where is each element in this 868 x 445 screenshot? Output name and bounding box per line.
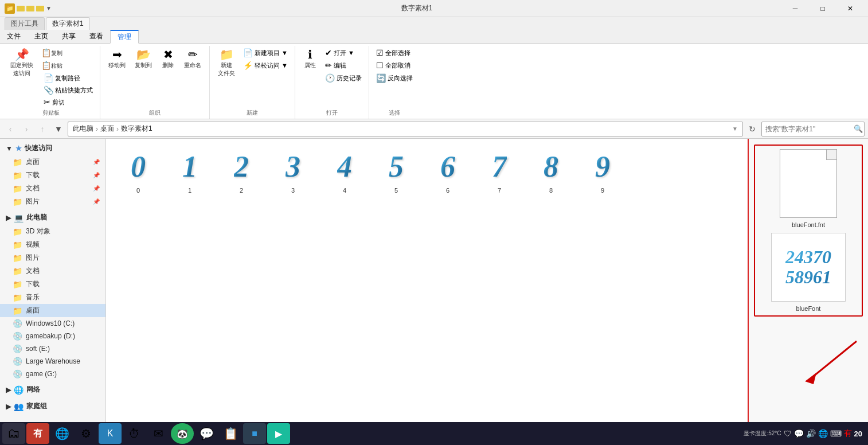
paste-shortcut-icon: 📎 [44, 85, 53, 95]
sidebar-item-downloads[interactable]: 📁 下载 [0, 278, 105, 291]
file-item-0[interactable]: 0 0 [115, 145, 161, 197]
sidebar-item-drive-c[interactable]: 💿 Windows10 (C:) [0, 317, 105, 330]
sidebar-network-header[interactable]: ▶ 🌐 网络 [0, 382, 105, 397]
taskbar-icon-app3[interactable]: ⚙ [75, 423, 97, 444]
easy-access-button[interactable]: ⚡ 轻松访问 ▼ [241, 60, 290, 71]
taskbar-icon-explorer[interactable]: 🗂 [2, 423, 25, 444]
minimize-button[interactable]: ─ [782, 0, 808, 17]
tab-picture-tools[interactable]: 图片工具 [5, 17, 45, 30]
path-dropdown-arrow[interactable]: ▼ [732, 126, 738, 132]
file-item-1[interactable]: 1 1 [167, 145, 213, 197]
file-item-6[interactable]: 6 6 [425, 145, 471, 197]
copy-button[interactable]: 📋 复制 [39, 47, 95, 58]
systray-icon6[interactable]: 有 [844, 428, 852, 439]
address-path[interactable]: 此电脑 › 桌面 › 数字素材1 ▼ [68, 122, 743, 136]
bluefont-preview-text: 2437058961 [785, 247, 831, 287]
ribbon-tab-share[interactable]: 共享 [55, 30, 83, 43]
nav-back-button[interactable]: ‹ [3, 122, 17, 136]
select-all-button[interactable]: ☑ 全部选择 [374, 47, 415, 58]
file-item-4[interactable]: 4 4 [322, 145, 367, 197]
sidebar-item-documents[interactable]: 📁 文档 [0, 264, 105, 278]
ribbon-tab-file[interactable]: 文件 [0, 30, 28, 43]
taskbar-icon-app10[interactable]: ■ [243, 423, 266, 444]
title-bar-icons: 📁 ▼ [5, 3, 52, 14]
nav-up-button[interactable]: ↑ [36, 122, 49, 136]
taskbar-icon-app6[interactable]: ✉ [147, 423, 170, 444]
quick-access-icon2[interactable] [26, 6, 34, 11]
open-button[interactable]: ✔ 打开 ▼ [323, 47, 364, 58]
taskbar-icon-app2[interactable]: 🌐 [50, 423, 73, 444]
sidebar-item-drive-g[interactable]: 💿 game (G:) [0, 368, 105, 380]
copy-path-button[interactable]: 📄 复制路径 [41, 72, 95, 84]
quick-access-icon1[interactable] [17, 6, 25, 11]
systray-icon5[interactable]: ⌨ [830, 429, 842, 438]
nav-forward-button[interactable]: › [19, 122, 33, 136]
rename-button[interactable]: ✏ 重命名 [181, 47, 205, 71]
sidebar-item-drive-e[interactable]: 💿 soft (E:) [0, 342, 105, 355]
deselect-all-button[interactable]: ☐ 全部取消 [374, 60, 415, 71]
nav-recent-button[interactable]: ▼ [52, 122, 65, 136]
sidebar-item-desktop-main[interactable]: 📁 桌面 [0, 304, 105, 317]
sidebar-item-pictures-quick[interactable]: 📁 图片 📌 [0, 195, 105, 208]
sidebar-item-desktop-quick[interactable]: 📁 桌面 📌 [0, 155, 105, 169]
file-label-0: 0 [136, 187, 140, 194]
file-item-8[interactable]: 8 8 [528, 145, 574, 197]
sidebar-item-video[interactable]: 📁 视频 [0, 238, 105, 251]
sidebar-item-downloads-quick[interactable]: 📁 下载 📌 [0, 169, 105, 182]
file-label-7: 7 [498, 187, 501, 194]
sidebar-item-music[interactable]: 📁 音乐 [0, 291, 105, 304]
title-bar-dropdown[interactable]: ▼ [46, 5, 52, 11]
red-arrow [793, 335, 862, 389]
refresh-button[interactable]: ↻ [745, 122, 759, 136]
systray-icon4[interactable]: 🌐 [818, 429, 828, 438]
sidebar-quickaccess-header[interactable]: ▼ ★ 快速访问 [0, 141, 105, 155]
properties-button[interactable]: ℹ 属性 [300, 47, 320, 71]
invert-select-button[interactable]: 🔄 反向选择 [374, 72, 415, 84]
systray-icon3[interactable]: 🔊 [806, 429, 816, 438]
ribbon-tab-view[interactable]: 查看 [83, 30, 110, 43]
sidebar-item-3d[interactable]: 📁 3D 对象 [0, 225, 105, 238]
systray-icon2[interactable]: 💬 [794, 429, 804, 438]
taskbar-icon-app1[interactable]: 有 [26, 423, 49, 444]
fnt-file-preview[interactable]: blueFont.fnt [780, 149, 837, 228]
file-item-9[interactable]: 9 9 [580, 145, 625, 197]
sidebar-item-pictures[interactable]: 📁 图片 [0, 251, 105, 264]
sidebar-homegroup-header[interactable]: ▶ 👥 家庭组 [0, 399, 105, 413]
taskbar-icon-app7[interactable]: 🐼 [171, 423, 194, 444]
easy-access-icon: ⚡ [243, 61, 253, 70]
sidebar-item-drive-d[interactable]: 💿 gamebakup (D:) [0, 330, 105, 342]
file-item-2[interactable]: 2 2 [218, 145, 264, 197]
delete-button[interactable]: ✖ 删除 [158, 47, 178, 71]
taskbar-icon-app11[interactable]: ▶ [267, 423, 290, 444]
quick-access-icon3[interactable] [36, 6, 44, 11]
new-folder-button[interactable]: 📁 新建文件夹 [214, 47, 238, 79]
sidebar-thispc-header[interactable]: ▶ 💻 此电脑 [0, 210, 105, 225]
paste-button[interactable]: 📋 粘贴 [39, 60, 95, 71]
copy-to-button[interactable]: 📂 复制到 [131, 47, 155, 71]
ribbon-tab-home[interactable]: 主页 [28, 30, 55, 43]
move-to-button[interactable]: ➡ 移动到 [105, 47, 129, 71]
taskbar-icon-app5[interactable]: ⏱ [123, 423, 146, 444]
file-item-7[interactable]: 7 7 [476, 145, 522, 197]
file-item-3[interactable]: 3 3 [270, 145, 316, 197]
history-button[interactable]: 🕐 历史记录 [323, 72, 364, 84]
file-item-5[interactable]: 5 5 [373, 145, 419, 197]
search-box[interactable]: 🔍 [761, 122, 865, 136]
maximize-button[interactable]: □ [810, 0, 836, 17]
taskbar-icon-app4[interactable]: K [99, 423, 122, 444]
close-button[interactable]: ✕ [837, 0, 863, 17]
edit-button[interactable]: ✏ 编辑 [323, 60, 364, 71]
sidebar-item-large-warehouse[interactable]: 💿 Large Warehouse [0, 355, 105, 368]
cut-button[interactable]: ✂ 剪切 [41, 96, 95, 108]
tab-folder-name[interactable]: 数字素材1 [46, 17, 90, 30]
taskbar-icon-app9[interactable]: 📋 [219, 423, 242, 444]
ribbon-tab-manage[interactable]: 管理 [110, 30, 139, 44]
systray-icon1[interactable]: 🛡 [784, 429, 792, 438]
bluefont-preview-container[interactable]: 2437058961 blueFont [771, 233, 846, 312]
sidebar-item-documents-quick[interactable]: 📁 文档 📌 [0, 182, 105, 195]
pin-to-quickaccess-button[interactable]: 📌 固定到快速访问 [7, 47, 37, 79]
paste-shortcut-button[interactable]: 📎 粘贴快捷方式 [41, 84, 95, 96]
taskbar-icon-app8[interactable]: 💬 [195, 423, 218, 444]
new-item-button[interactable]: 📄 新建项目 ▼ [241, 47, 290, 58]
search-input[interactable] [765, 125, 851, 133]
